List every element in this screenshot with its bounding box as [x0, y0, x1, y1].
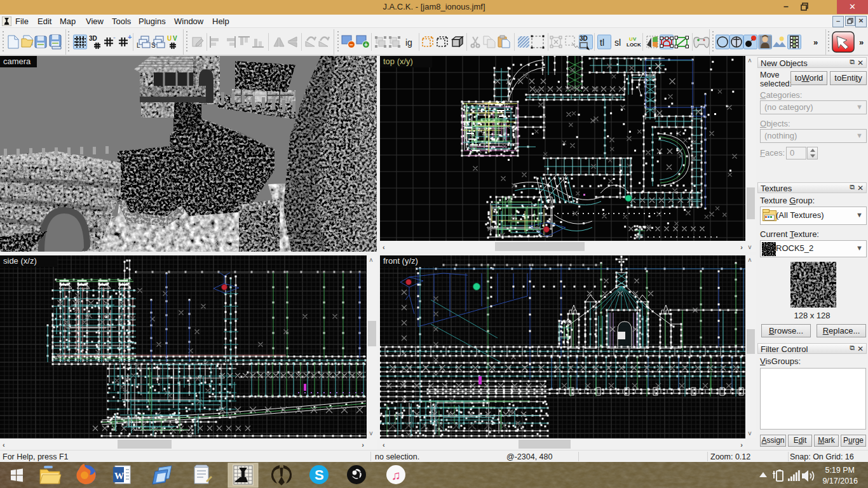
svg-text:tl: tl: [600, 37, 604, 48]
svg-text:W: W: [114, 471, 124, 481]
svg-text:V: V: [633, 36, 637, 42]
svg-text:♫: ♫: [391, 468, 401, 482]
svg-text:ig: ig: [405, 37, 412, 48]
svg-text:3D: 3D: [580, 35, 588, 42]
svg-text:5:19 PM: 5:19 PM: [825, 466, 855, 475]
svg-text:sl: sl: [614, 37, 621, 48]
svg-text:S: S: [315, 467, 324, 483]
svg-text:U: U: [167, 35, 172, 42]
svg-text:camera: camera: [3, 57, 31, 66]
svg-text:LOCK: LOCK: [627, 42, 641, 48]
svg-text:–: –: [349, 41, 353, 48]
svg-text:3D: 3D: [89, 35, 97, 42]
svg-text:»: »: [859, 37, 864, 47]
svg-text:+: +: [364, 41, 368, 48]
svg-text:side (x/z): side (x/z): [3, 256, 37, 266]
svg-text:V: V: [173, 35, 177, 42]
svg-text:9/17/2016: 9/17/2016: [822, 477, 858, 485]
svg-text:front (y/z): front (y/z): [383, 256, 418, 266]
svg-text:»: »: [813, 37, 818, 47]
svg-text:top (x/y): top (x/y): [383, 57, 413, 66]
svg-text:+: +: [128, 33, 132, 41]
svg-text:-: -: [113, 33, 116, 41]
svg-text:S: S: [151, 42, 156, 49]
svg-text:L: L: [137, 42, 140, 49]
